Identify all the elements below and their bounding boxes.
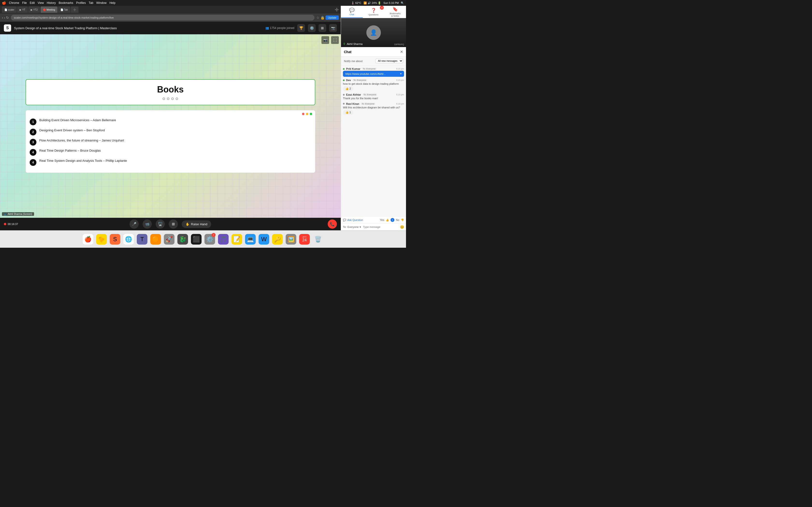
dock-teams[interactable]: T bbox=[136, 233, 148, 245]
to-badge-ezaz: To: Everyone bbox=[362, 94, 377, 96]
no-vote-button[interactable]: 👎 bbox=[401, 219, 404, 222]
dock-rocket[interactable]: 🚀 bbox=[163, 233, 175, 245]
end-call-button[interactable]: 📞 bbox=[328, 219, 337, 229]
questions-icon: ❓ bbox=[371, 8, 376, 13]
yes-vote-button[interactable]: 👍 bbox=[386, 219, 389, 222]
browser-tab[interactable]: ➕ bbox=[71, 6, 79, 13]
bookmark-icon[interactable]: ☆ bbox=[316, 16, 319, 19]
menu-tab[interactable]: Tab bbox=[89, 1, 93, 5]
dock-trash[interactable]: 🗑️ bbox=[312, 233, 324, 245]
duck-icon: 🐤 bbox=[96, 234, 107, 244]
meeting-title: System Design of a real-time Stock Marke… bbox=[14, 26, 262, 30]
video-cam-btn[interactable]: 📷 bbox=[321, 36, 329, 44]
book-text-1: Building Event Driven Microservices – Ad… bbox=[39, 118, 116, 122]
thumbs-box-ravi[interactable]: 👍 1 bbox=[343, 110, 353, 115]
extension-icon[interactable]: 🔒 bbox=[320, 16, 324, 19]
dock-notes[interactable]: 📝 bbox=[231, 233, 243, 245]
sublime-icon: S bbox=[110, 234, 120, 244]
dock-word[interactable]: W bbox=[258, 233, 270, 245]
new-tab-button[interactable]: ➕ bbox=[335, 8, 339, 12]
back-button[interactable]: ‹ bbox=[2, 16, 3, 19]
dock-chrome[interactable]: 🌐 bbox=[122, 233, 135, 245]
raise-hand-button[interactable]: ✋ Raise Hand bbox=[182, 220, 211, 228]
key-icon: 🔑 bbox=[272, 234, 283, 244]
update-button[interactable]: Update bbox=[325, 15, 339, 20]
notify-bar: Notify me about All new messages bbox=[341, 57, 406, 65]
forward-button[interactable]: › bbox=[4, 16, 5, 19]
msg-text-dev: how to get stock data to design trading … bbox=[343, 82, 404, 86]
reload-button[interactable]: ↻ bbox=[6, 16, 9, 19]
search-icon[interactable]: 🔍 bbox=[401, 1, 404, 5]
grid-button[interactable]: ⊞ bbox=[318, 24, 326, 32]
dock-settings[interactable]: ⚙️ 2 bbox=[203, 233, 216, 245]
tab-questions[interactable]: ❓ Questions 55 bbox=[363, 6, 385, 18]
speaker-id-label: DIPRKPQ bbox=[394, 43, 404, 46]
slide-dots bbox=[31, 98, 310, 100]
speaker-video: 👤 🎙 Akhil Sharma DIPRKPQ bbox=[341, 18, 406, 47]
recording-indicator: 00:16:37 bbox=[4, 223, 18, 225]
tab-bookmarks[interactable]: 🔖 Bookmarks& Notes bbox=[384, 6, 406, 18]
notes-icon: 📝 bbox=[232, 234, 242, 244]
chevron-down-icon: ▾ bbox=[400, 72, 402, 75]
tab-chat[interactable]: 💬 Chat bbox=[341, 6, 363, 18]
address-bar-row: ‹ › ↻ scaler.com/meetings//system-design… bbox=[0, 13, 341, 22]
browser-tab[interactable]: 📄 scaler bbox=[2, 6, 17, 13]
chat-title: Chat bbox=[344, 50, 351, 54]
dock-music[interactable]: 🎵 bbox=[217, 233, 230, 245]
browser-tab-active[interactable]: 🔴 Meeting bbox=[41, 6, 57, 13]
menu-edit[interactable]: Edit bbox=[30, 1, 35, 5]
dock-duck[interactable]: 🐤 bbox=[95, 233, 108, 245]
vscode-icon: 💻 bbox=[245, 234, 256, 244]
video-toggle-button[interactable]: 📹 bbox=[143, 219, 152, 229]
browser-tab[interactable]: ▶ YT2 bbox=[28, 6, 40, 13]
dock-sublime[interactable]: S bbox=[109, 233, 121, 245]
trash-icon: 🗑️ bbox=[313, 234, 323, 244]
video-overlay: 📷 ⛶ bbox=[321, 36, 339, 44]
dock-app2[interactable]: 🟠 bbox=[149, 233, 162, 245]
to-everyone-selector[interactable]: To: Everyone ▾ bbox=[343, 225, 361, 229]
address-bar[interactable]: scaler.com/meetings//system-design-of-a-… bbox=[11, 15, 314, 20]
dock-app3[interactable]: 🐉 bbox=[176, 233, 189, 245]
msg-text-ezaz: Thank you for the books man! bbox=[343, 97, 404, 100]
menu-history[interactable]: History bbox=[47, 1, 56, 5]
offline-dot-ezaz bbox=[343, 94, 345, 96]
book-text-4: Real Time Design Patterns – Bruce Dougla… bbox=[39, 149, 101, 153]
thumbs-down-icon: 👎 bbox=[401, 219, 404, 222]
dock-calendar[interactable]: APR 24 bbox=[298, 233, 311, 245]
emoji-button[interactable]: 😊 bbox=[400, 225, 404, 229]
notify-select[interactable]: All new messages bbox=[375, 59, 403, 63]
browser-tab[interactable]: 📄 Tab bbox=[58, 6, 70, 13]
dock-terminal[interactable]: ⬛ bbox=[190, 233, 203, 245]
layout-button[interactable]: ⊞ bbox=[169, 219, 178, 229]
dock-vscode[interactable]: 💻 bbox=[244, 233, 257, 245]
menu-profiles[interactable]: Profiles bbox=[76, 1, 86, 5]
trophy-button[interactable]: 🏆 bbox=[297, 24, 305, 32]
menu-help[interactable]: Help bbox=[109, 1, 115, 5]
ask-bar: 💬 Ask Question Yes 👍 1 No 👎 bbox=[341, 216, 406, 223]
dock-finder[interactable]: 🍎 bbox=[82, 233, 94, 245]
dock-key[interactable]: 🔑 bbox=[271, 233, 284, 245]
online-dot bbox=[343, 68, 345, 70]
chat-close-button[interactable]: ✕ bbox=[400, 50, 403, 54]
menu-file[interactable]: File bbox=[22, 1, 27, 5]
ask-question-button[interactable]: 💬 Ask Question bbox=[343, 219, 363, 222]
browser-tab[interactable]: ▶ YT bbox=[17, 6, 28, 13]
mute-button[interactable]: 🎤 bbox=[130, 219, 139, 229]
settings-button[interactable]: ⚙️ bbox=[308, 24, 316, 32]
menu-window[interactable]: Window bbox=[96, 1, 107, 5]
slide-dot-1 bbox=[163, 98, 165, 100]
link-box[interactable]: https://www.youtube.com/c/Akhil... ▾ bbox=[343, 71, 404, 77]
menu-view[interactable]: View bbox=[38, 1, 44, 5]
thumbs-box-dev[interactable]: 👍 2 bbox=[343, 86, 353, 91]
chat-icon: 💬 bbox=[349, 7, 355, 13]
screen-share-button[interactable]: 🖥️ bbox=[156, 219, 165, 229]
terminal-icon: ⬛ bbox=[191, 234, 202, 244]
chat-input-row: To: Everyone ▾ 😊 bbox=[341, 223, 406, 230]
chat-message-ezaz: Ezaz Akhtar To: Everyone 5:15 pm Thank y… bbox=[343, 93, 404, 100]
chat-input[interactable] bbox=[363, 225, 398, 228]
dock-photos[interactable]: 🖼️ bbox=[285, 233, 297, 245]
msg-time-dev: 5:15 pm bbox=[396, 79, 404, 81]
camera-button[interactable]: 📷 bbox=[329, 24, 337, 32]
fullscreen-btn[interactable]: ⛶ bbox=[331, 36, 339, 44]
menu-bookmarks[interactable]: Bookmarks bbox=[59, 1, 73, 5]
